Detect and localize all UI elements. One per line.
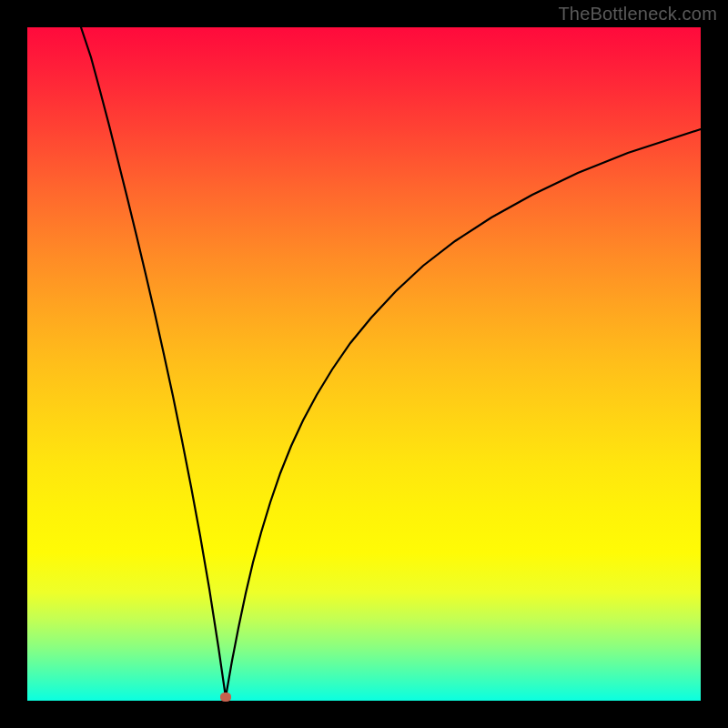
watermark-text: TheBottleneck.com: [558, 4, 717, 25]
curve-right-branch: [226, 129, 701, 697]
minimum-marker: [220, 693, 231, 702]
bottleneck-curve: [27, 27, 701, 701]
curve-left-branch: [81, 27, 226, 697]
